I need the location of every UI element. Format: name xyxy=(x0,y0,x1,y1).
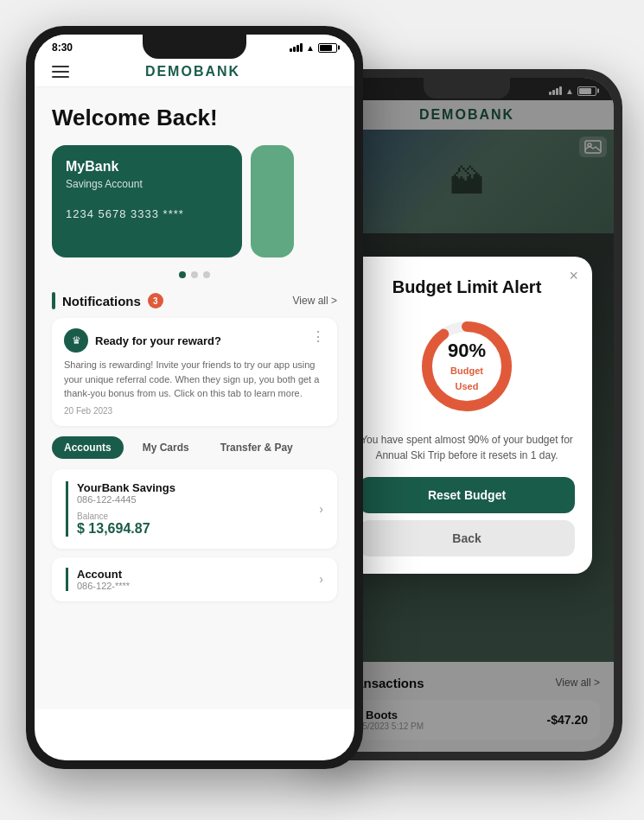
signal-bar-2 xyxy=(293,47,296,52)
tab-transfer-pay[interactable]: Transfer & Pay xyxy=(208,436,305,459)
signal-bar-3 xyxy=(296,45,299,52)
account-chevron-right-icon: › xyxy=(319,502,323,516)
welcome-heading: Welcome Back! xyxy=(52,105,337,131)
donut-chart: 90% Budget Used xyxy=(415,315,519,418)
account-number: 086-122-4445 xyxy=(77,494,175,505)
tab-accounts[interactable]: Accounts xyxy=(52,436,124,459)
notif-body: Sharing is rewarding! Invite your friend… xyxy=(64,358,325,401)
notifications-view-all[interactable]: View all > xyxy=(293,295,337,307)
notifications-accent xyxy=(52,292,55,309)
tab-my-cards[interactable]: My Cards xyxy=(131,436,201,459)
reset-budget-button[interactable]: Reset Budget xyxy=(359,477,575,513)
signal-bar-1 xyxy=(290,48,292,52)
bank-card-secondary[interactable] xyxy=(251,145,294,257)
dot-1 xyxy=(179,271,186,278)
modal-close-button[interactable]: × xyxy=(569,267,578,285)
notif-title: Ready for your reward? xyxy=(95,334,221,347)
hamburger-line-1 xyxy=(52,66,69,67)
account-bottom-chevron-icon: › xyxy=(319,572,323,586)
dot-2 xyxy=(191,271,198,278)
front-notch xyxy=(143,35,246,59)
hamburger-line-2 xyxy=(52,71,69,73)
balance-label: Balance xyxy=(77,512,175,521)
front-phone: 8:30 ▲ DEMOBANK xyxy=(26,26,363,769)
dot-3 xyxy=(203,271,210,278)
signal-bar-4 xyxy=(300,43,303,52)
wifi-icon: ▲ xyxy=(306,43,315,53)
account-card-main[interactable]: YourBank Savings 086-122-4445 Balance $ … xyxy=(52,469,337,549)
back-screen-bg: 9:41 ▲ DEMOBANK xyxy=(320,78,614,752)
front-screen: 8:30 ▲ DEMOBANK xyxy=(35,35,354,760)
donut-percent: 90% xyxy=(441,340,493,362)
notification-card-1[interactable]: ♛ Ready for your reward? ⋮ Sharing is re… xyxy=(52,318,337,426)
account-bottom-number: 086-122-**** xyxy=(77,581,130,591)
battery-icon xyxy=(318,43,337,53)
balance-amount: $ 13,694.87 xyxy=(77,521,175,537)
front-time: 8:30 xyxy=(52,41,73,54)
front-main-content: Welcome Back! MyBank Savings Account 123… xyxy=(35,87,354,709)
account-bottom-name: Account xyxy=(77,568,130,581)
front-app-title: DEMOBANK xyxy=(145,64,240,79)
notif-card-header: ♛ Ready for your reward? ⋮ xyxy=(64,328,325,353)
modal-description: You have spent almost 90% of your budget… xyxy=(359,432,575,463)
signal-bars-icon xyxy=(290,43,303,52)
front-status-icons: ▲ xyxy=(290,43,337,53)
front-app-header: DEMOBANK xyxy=(35,57,354,87)
account-name: YourBank Savings xyxy=(77,481,175,494)
notif-icon-title-wrap: ♛ Ready for your reward? xyxy=(64,328,221,353)
donut-center: 90% Budget Used xyxy=(441,340,493,393)
notifications-title-wrap: Notifications 3 xyxy=(52,292,163,309)
card-account-type: Savings Account xyxy=(66,178,228,190)
donut-label: Budget Used xyxy=(450,366,483,391)
modal-back-button[interactable]: Back xyxy=(359,520,575,556)
budget-modal-card: × Budget Limit Alert xyxy=(341,257,592,574)
bank-card-primary[interactable]: MyBank Savings Account 1234 5678 3333 **… xyxy=(52,145,242,257)
carousel-dots xyxy=(52,271,337,278)
notifications-badge: 3 xyxy=(148,293,163,308)
donut-chart-wrap: 90% Budget Used xyxy=(359,315,575,418)
notifications-title: Notifications xyxy=(62,294,141,308)
modal-description-text: You have spent almost 90% of your budget… xyxy=(360,434,573,461)
account-bottom-info: Account 086-122-**** xyxy=(66,568,130,591)
hamburger-menu-button[interactable] xyxy=(52,66,69,78)
battery-fill xyxy=(320,45,332,51)
card-number: 1234 5678 3333 **** xyxy=(66,207,228,220)
card-bank-name: MyBank xyxy=(66,159,228,175)
card-carousel: MyBank Savings Account 1234 5678 3333 **… xyxy=(52,145,337,257)
notif-date: 20 Feb 2023 xyxy=(64,406,325,416)
back-notch xyxy=(424,78,510,99)
notif-crown-icon: ♛ xyxy=(64,328,88,353)
account-info: YourBank Savings 086-122-4445 Balance $ … xyxy=(66,481,175,537)
accounts-tab-bar: Accounts My Cards Transfer & Pay xyxy=(52,436,337,459)
account-row-bottom[interactable]: Account 086-122-**** › xyxy=(52,557,337,601)
notifications-section-header: Notifications 3 View all > xyxy=(52,292,337,309)
notif-more-button[interactable]: ⋮ xyxy=(311,328,325,345)
back-screen: 9:41 ▲ DEMOBANK xyxy=(320,78,614,752)
hamburger-line-3 xyxy=(52,76,69,78)
budget-modal-overlay: × Budget Limit Alert xyxy=(320,78,614,752)
modal-title: Budget Limit Alert xyxy=(359,277,575,297)
